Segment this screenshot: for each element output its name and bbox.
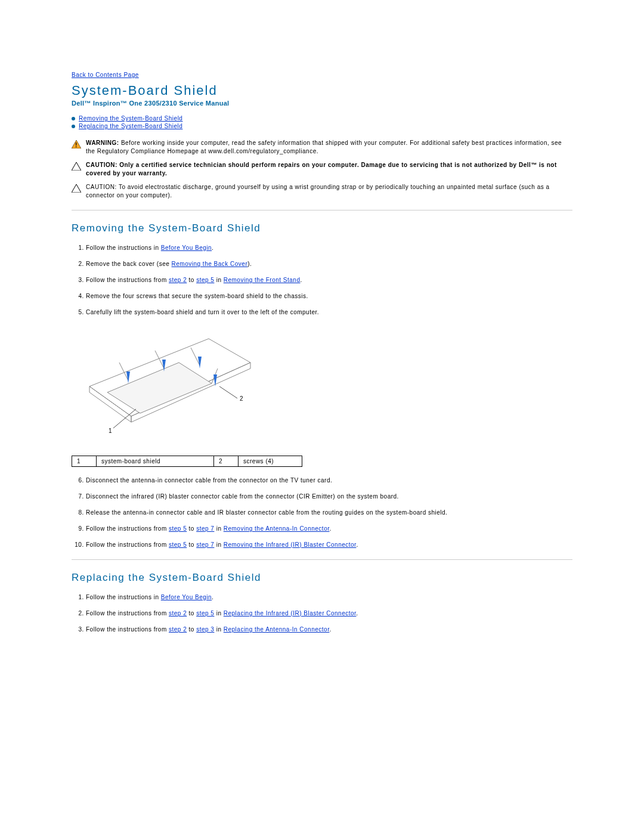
step-text: to — [187, 525, 196, 532]
section-replacing-title: Replacing the System-Board Shield — [72, 572, 572, 584]
step-text: in — [214, 541, 223, 548]
list-item: Follow the instructions in Before You Be… — [86, 593, 572, 601]
legend-table: 1 system-board shield 2 screws (4) — [72, 456, 302, 467]
section-removing-title: Removing the System-Board Shield — [72, 222, 572, 234]
page-title: System-Board Shield — [72, 83, 572, 98]
step-text: Follow the instructions in — [86, 244, 161, 251]
link-step5[interactable]: step 5 — [196, 277, 214, 283]
step-text: Remove the back cover (see — [86, 261, 172, 267]
legend-label: screws (4) — [239, 456, 302, 467]
warning-label: WARNING: — [86, 140, 119, 146]
step-text: Remove the four screws that secure the s… — [86, 293, 308, 299]
caution2-body: To avoid electrostatic discharge, ground… — [86, 184, 550, 199]
back-link-row: Back to Contents Page — [72, 72, 572, 78]
list-item: Release the antenna-in connector cable a… — [86, 509, 572, 516]
link-step2[interactable]: step 2 — [169, 626, 187, 633]
caution-text: CAUTION: Only a certified service techni… — [86, 161, 572, 177]
link-removing-antenna-in[interactable]: Removing the Antenna-In Connector — [224, 525, 330, 532]
list-item: Follow the instructions from step 2 to s… — [86, 609, 572, 617]
link-before-you-begin[interactable]: Before You Begin — [161, 594, 212, 600]
link-step7[interactable]: step 7 — [196, 541, 214, 548]
step-text: to — [187, 610, 196, 617]
caution1-label: CAUTION: — [86, 162, 117, 168]
link-step5[interactable]: step 5 — [196, 610, 214, 617]
list-item: Disconnect the antenna-in connector cabl… — [86, 476, 572, 484]
link-step5[interactable]: step 5 — [169, 541, 187, 548]
toc-list: Removing the System-Board Shield Replaci… — [72, 115, 572, 129]
step-text: Release the antenna-in connector cable a… — [86, 509, 447, 516]
link-removing-front-stand[interactable]: Removing the Front Stand — [224, 277, 301, 283]
warning-triangle-icon: ! — [72, 140, 81, 150]
diagram-label-1: 1 — [109, 428, 112, 434]
toc-link-removing[interactable]: Removing the System-Board Shield — [79, 115, 182, 122]
step-text: to — [187, 626, 196, 633]
list-item: Disconnect the infrared (IR) blaster con… — [86, 493, 572, 500]
step-text: . — [329, 626, 331, 633]
link-removing-back-cover[interactable]: Removing the Back Cover — [172, 261, 248, 267]
caution-notice: CAUTION: Only a certified service techni… — [72, 161, 572, 177]
caution1-body: Only a certified service technician shou… — [86, 162, 557, 176]
caution-notice: CAUTION: To avoid electrostatic discharg… — [72, 183, 572, 199]
link-step2[interactable]: step 2 — [169, 277, 187, 283]
step-text: Disconnect the antenna-in connector cabl… — [86, 477, 332, 484]
list-item: Follow the instructions in Before You Be… — [86, 244, 572, 252]
divider — [72, 210, 572, 210]
toc-item: Removing the System-Board Shield — [72, 115, 572, 122]
toc-link-replacing[interactable]: Replacing the System-Board Shield — [79, 123, 182, 129]
link-step2[interactable]: step 2 — [169, 610, 187, 617]
step-text: . — [329, 525, 331, 532]
step-text: Follow the instructions from — [86, 525, 169, 532]
page-container: Back to Contents Page System-Board Shiel… — [72, 0, 572, 665]
caution-text: CAUTION: To avoid electrostatic discharg… — [86, 183, 572, 199]
toc-item: Replacing the System-Board Shield — [72, 123, 572, 129]
list-item: Follow the instructions from step 2 to s… — [86, 276, 572, 284]
link-step5[interactable]: step 5 — [169, 525, 187, 532]
system-board-diagram: 1 2 — [72, 327, 572, 447]
legend-index: 1 — [72, 456, 97, 467]
diagram-label-2: 2 — [240, 395, 243, 402]
step-text: . — [212, 244, 213, 251]
table-row: 1 system-board shield 2 screws (4) — [72, 456, 302, 467]
link-before-you-begin[interactable]: Before You Begin — [161, 244, 212, 251]
back-to-contents-link[interactable]: Back to Contents Page — [72, 72, 139, 78]
caution-triangle-icon — [72, 162, 81, 172]
caution2-label: CAUTION: — [86, 184, 117, 190]
list-item: Follow the instructions from step 5 to s… — [86, 525, 572, 532]
bullet-icon — [72, 125, 75, 128]
list-item: Remove the four screws that secure the s… — [86, 292, 572, 300]
removing-steps-list-cont: Disconnect the antenna-in connector cabl… — [72, 476, 572, 549]
warning-text: WARNING: Before working inside your comp… — [86, 139, 572, 155]
replacing-steps-list: Follow the instructions in Before You Be… — [72, 593, 572, 633]
caution-triangle-icon — [72, 184, 81, 194]
step-text: . — [356, 610, 358, 617]
step-text: . — [300, 277, 302, 283]
step-text: in — [214, 626, 223, 633]
list-item: Carefully lift the system-board shield a… — [86, 308, 572, 316]
step-text: in — [214, 610, 223, 617]
step-text: Carefully lift the system-board shield a… — [86, 309, 319, 315]
list-item: Remove the back cover (see Removing the … — [86, 260, 572, 268]
bullet-icon — [72, 117, 75, 120]
svg-text:!: ! — [75, 142, 78, 148]
step-text: in — [214, 277, 223, 283]
link-removing-ir-blaster[interactable]: Removing the Infrared (IR) Blaster Conne… — [224, 541, 357, 548]
legend-index: 2 — [214, 456, 239, 467]
step-text: Follow the instructions from — [86, 626, 169, 633]
link-step7[interactable]: step 7 — [196, 525, 214, 532]
svg-line-17 — [219, 386, 237, 398]
warning-body: Before working inside your computer, rea… — [86, 140, 562, 154]
step-text: to — [187, 541, 196, 548]
manual-subtitle: Dell™ Inspiron™ One 2305/2310 Service Ma… — [72, 100, 572, 107]
list-item: Follow the instructions from step 2 to s… — [86, 625, 572, 633]
step-text: to — [187, 277, 196, 283]
removing-steps-list: Follow the instructions in Before You Be… — [72, 244, 572, 316]
step-text: . — [356, 541, 358, 548]
step-text: . — [212, 594, 213, 600]
svg-marker-3 — [72, 184, 81, 193]
step-text: Follow the instructions in — [86, 594, 161, 600]
link-replacing-ir-blaster[interactable]: Replacing the Infrared (IR) Blaster Conn… — [224, 610, 357, 617]
step-text: Disconnect the infrared (IR) blaster con… — [86, 493, 399, 500]
link-step3[interactable]: step 3 — [196, 626, 214, 633]
step-text: Follow the instructions from — [86, 610, 169, 617]
link-replacing-antenna-in[interactable]: Replacing the Antenna-In Connector — [224, 626, 330, 633]
